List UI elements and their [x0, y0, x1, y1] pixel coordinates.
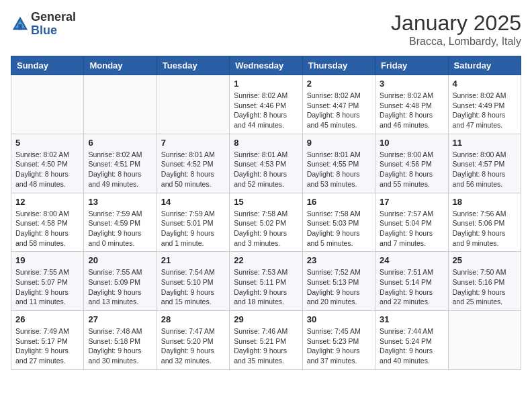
week-row-3: 12Sunrise: 8:00 AM Sunset: 4:58 PM Dayli…	[11, 193, 521, 252]
day-cell-11: 11Sunrise: 8:00 AM Sunset: 4:57 PM Dayli…	[448, 134, 521, 193]
day-info: Sunrise: 8:01 AM Sunset: 4:53 PM Dayligh…	[234, 150, 298, 189]
day-number: 16	[307, 197, 371, 207]
day-info: Sunrise: 7:52 AM Sunset: 5:13 PM Dayligh…	[307, 267, 371, 307]
day-number: 30	[307, 314, 371, 324]
day-cell-20: 20Sunrise: 7:55 AM Sunset: 5:09 PM Dayli…	[84, 252, 157, 311]
day-info: Sunrise: 8:01 AM Sunset: 4:52 PM Dayligh…	[161, 150, 225, 189]
header: General Blue January 2025 Bracca, Lombar…	[11, 11, 521, 48]
day-number: 1	[234, 79, 298, 89]
day-number: 9	[307, 138, 371, 148]
day-cell-17: 17Sunrise: 7:57 AM Sunset: 5:04 PM Dayli…	[375, 193, 448, 252]
day-number: 4	[453, 79, 517, 89]
day-info: Sunrise: 8:02 AM Sunset: 4:47 PM Dayligh…	[307, 91, 371, 130]
week-row-5: 26Sunrise: 7:49 AM Sunset: 5:17 PM Dayli…	[11, 311, 521, 370]
day-cell-29: 29Sunrise: 7:46 AM Sunset: 5:21 PM Dayli…	[230, 311, 302, 370]
day-cell-6: 6Sunrise: 8:02 AM Sunset: 4:51 PM Daylig…	[84, 134, 157, 193]
day-number: 23	[307, 255, 371, 265]
day-cell-10: 10Sunrise: 8:00 AM Sunset: 4:56 PM Dayli…	[375, 134, 448, 193]
day-info: Sunrise: 7:48 AM Sunset: 5:18 PM Dayligh…	[88, 326, 152, 366]
day-info: Sunrise: 7:57 AM Sunset: 5:04 PM Dayligh…	[380, 209, 443, 248]
weekday-header-sunday: Sunday	[11, 56, 84, 75]
day-number: 20	[88, 255, 152, 265]
day-number: 28	[161, 314, 225, 324]
day-cell-30: 30Sunrise: 7:45 AM Sunset: 5:23 PM Dayli…	[302, 311, 375, 370]
day-info: Sunrise: 7:49 AM Sunset: 5:17 PM Dayligh…	[15, 326, 79, 366]
weekday-header-row: SundayMondayTuesdayWednesdayThursdayFrid…	[11, 56, 521, 75]
day-cell-23: 23Sunrise: 7:52 AM Sunset: 5:13 PM Dayli…	[302, 252, 375, 311]
weekday-header-monday: Monday	[84, 56, 157, 75]
week-row-1: 1Sunrise: 8:02 AM Sunset: 4:46 PM Daylig…	[11, 75, 521, 134]
day-info: Sunrise: 8:02 AM Sunset: 4:49 PM Dayligh…	[453, 91, 517, 130]
logo: General Blue	[11, 11, 76, 38]
day-cell-14: 14Sunrise: 7:59 AM Sunset: 5:01 PM Dayli…	[157, 193, 229, 252]
day-cell-4: 4Sunrise: 8:02 AM Sunset: 4:49 PM Daylig…	[448, 75, 521, 134]
day-info: Sunrise: 7:54 AM Sunset: 5:10 PM Dayligh…	[161, 267, 225, 307]
day-info: Sunrise: 7:46 AM Sunset: 5:21 PM Dayligh…	[234, 326, 298, 366]
empty-cell	[84, 75, 157, 134]
day-number: 26	[15, 314, 79, 324]
title-block: January 2025 Bracca, Lombardy, Italy	[391, 11, 521, 48]
day-number: 17	[380, 197, 443, 207]
day-number: 2	[307, 79, 371, 89]
location-title: Bracca, Lombardy, Italy	[391, 36, 521, 48]
weekday-header-friday: Friday	[375, 56, 448, 75]
empty-cell	[157, 75, 229, 134]
logo-text: General Blue	[31, 11, 76, 38]
day-cell-5: 5Sunrise: 8:02 AM Sunset: 4:50 PM Daylig…	[11, 134, 84, 193]
logo-general: General	[31, 10, 76, 24]
day-number: 13	[88, 197, 152, 207]
day-cell-13: 13Sunrise: 7:59 AM Sunset: 4:59 PM Dayli…	[84, 193, 157, 252]
month-title: January 2025	[391, 11, 521, 36]
day-cell-24: 24Sunrise: 7:51 AM Sunset: 5:14 PM Dayli…	[375, 252, 448, 311]
day-info: Sunrise: 7:47 AM Sunset: 5:20 PM Dayligh…	[161, 326, 225, 366]
day-number: 10	[380, 138, 443, 148]
day-info: Sunrise: 8:00 AM Sunset: 4:57 PM Dayligh…	[453, 150, 517, 189]
day-cell-12: 12Sunrise: 8:00 AM Sunset: 4:58 PM Dayli…	[11, 193, 84, 252]
calendar: SundayMondayTuesdayWednesdayThursdayFrid…	[11, 56, 521, 370]
day-info: Sunrise: 7:44 AM Sunset: 5:24 PM Dayligh…	[380, 326, 443, 366]
day-info: Sunrise: 7:53 AM Sunset: 5:11 PM Dayligh…	[234, 267, 298, 307]
day-number: 14	[161, 197, 225, 207]
day-number: 7	[161, 138, 225, 148]
svg-rect-2	[18, 24, 22, 30]
day-info: Sunrise: 8:02 AM Sunset: 4:48 PM Dayligh…	[380, 91, 443, 130]
day-cell-25: 25Sunrise: 7:50 AM Sunset: 5:16 PM Dayli…	[448, 252, 521, 311]
day-info: Sunrise: 8:01 AM Sunset: 4:55 PM Dayligh…	[307, 150, 371, 189]
weekday-header-thursday: Thursday	[302, 56, 375, 75]
day-number: 15	[234, 197, 298, 207]
day-number: 5	[15, 138, 79, 148]
day-cell-1: 1Sunrise: 8:02 AM Sunset: 4:46 PM Daylig…	[230, 75, 302, 134]
day-cell-28: 28Sunrise: 7:47 AM Sunset: 5:20 PM Dayli…	[157, 311, 229, 370]
day-info: Sunrise: 8:02 AM Sunset: 4:51 PM Dayligh…	[88, 150, 152, 189]
day-info: Sunrise: 7:55 AM Sunset: 5:07 PM Dayligh…	[15, 267, 79, 307]
day-info: Sunrise: 8:02 AM Sunset: 4:46 PM Dayligh…	[234, 91, 298, 130]
day-number: 11	[453, 138, 517, 148]
day-number: 22	[234, 255, 298, 265]
day-cell-7: 7Sunrise: 8:01 AM Sunset: 4:52 PM Daylig…	[157, 134, 229, 193]
logo-icon	[11, 15, 30, 34]
day-info: Sunrise: 7:50 AM Sunset: 5:16 PM Dayligh…	[453, 267, 517, 307]
day-info: Sunrise: 7:59 AM Sunset: 5:01 PM Dayligh…	[161, 209, 225, 248]
day-info: Sunrise: 8:02 AM Sunset: 4:50 PM Dayligh…	[15, 150, 79, 189]
day-cell-21: 21Sunrise: 7:54 AM Sunset: 5:10 PM Dayli…	[157, 252, 229, 311]
day-info: Sunrise: 7:45 AM Sunset: 5:23 PM Dayligh…	[307, 326, 371, 366]
day-cell-2: 2Sunrise: 8:02 AM Sunset: 4:47 PM Daylig…	[302, 75, 375, 134]
day-cell-31: 31Sunrise: 7:44 AM Sunset: 5:24 PM Dayli…	[375, 311, 448, 370]
day-cell-3: 3Sunrise: 8:02 AM Sunset: 4:48 PM Daylig…	[375, 75, 448, 134]
logo-blue: Blue	[31, 24, 57, 37]
day-number: 19	[15, 255, 79, 265]
day-info: Sunrise: 8:00 AM Sunset: 4:56 PM Dayligh…	[380, 150, 443, 189]
weekday-header-wednesday: Wednesday	[230, 56, 302, 75]
day-cell-22: 22Sunrise: 7:53 AM Sunset: 5:11 PM Dayli…	[230, 252, 302, 311]
week-row-4: 19Sunrise: 7:55 AM Sunset: 5:07 PM Dayli…	[11, 252, 521, 311]
empty-cell	[11, 75, 84, 134]
day-number: 18	[453, 197, 517, 207]
day-info: Sunrise: 7:56 AM Sunset: 5:06 PM Dayligh…	[453, 209, 517, 248]
day-number: 25	[453, 255, 517, 265]
day-info: Sunrise: 7:51 AM Sunset: 5:14 PM Dayligh…	[380, 267, 443, 307]
day-number: 6	[88, 138, 152, 148]
day-info: Sunrise: 7:58 AM Sunset: 5:02 PM Dayligh…	[234, 209, 298, 248]
day-cell-15: 15Sunrise: 7:58 AM Sunset: 5:02 PM Dayli…	[230, 193, 302, 252]
day-cell-27: 27Sunrise: 7:48 AM Sunset: 5:18 PM Dayli…	[84, 311, 157, 370]
empty-cell	[448, 311, 521, 370]
